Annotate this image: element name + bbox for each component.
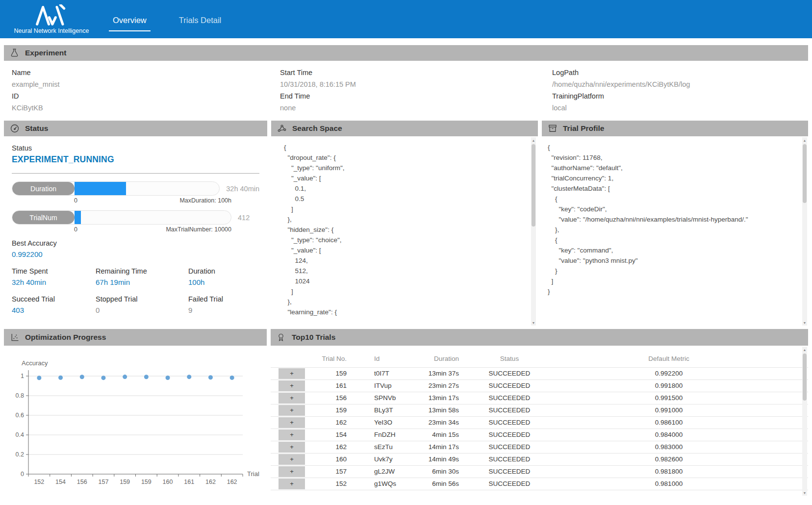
- trial-status-cell: SUCCEEDED: [459, 441, 560, 453]
- svg-text:Trial: Trial: [247, 470, 259, 478]
- col-header-status: Status: [459, 351, 560, 367]
- scrollbar-down-icon[interactable]: ▼: [802, 490, 807, 496]
- stat-duration: Duration 100h: [188, 267, 259, 286]
- search-space-section-header: Search Space: [271, 121, 538, 136]
- table-row: + 152 g1WQs 6min 56s SUCCEEDED 0.981000: [271, 478, 808, 490]
- field-label: ID: [12, 90, 280, 102]
- trial-id-cell: ITVup: [347, 379, 395, 392]
- trial-duration-cell: 6min 56s: [395, 478, 459, 490]
- trial-status-cell: SUCCEEDED: [459, 392, 560, 404]
- nni-overview-page: Neural Network Intelligence Overview Tri…: [0, 0, 812, 505]
- trial-status-cell: SUCCEEDED: [459, 465, 560, 478]
- medal-icon: [277, 332, 286, 342]
- trial-duration-cell: 14min 49s: [395, 453, 459, 465]
- field-label: End Time: [280, 90, 552, 102]
- trial-no-cell: 159: [305, 404, 347, 416]
- duration-max: MaxDuration: 100h: [179, 197, 231, 204]
- field-value: /home/quzha/nni/experiments/KCiBytKB/log: [552, 78, 812, 90]
- divider: [12, 173, 259, 174]
- table-header-row: Trial No. Id Duration Status Default Met…: [271, 351, 808, 367]
- optimization-progress-panel: Optimization Progress 00.20.40.60.811521…: [4, 329, 267, 497]
- trialnum-progress-bar: TrialNum: [12, 210, 231, 225]
- status-body: Status EXPERIMENT_RUNNING Duration 32h 4…: [4, 136, 267, 327]
- expand-button[interactable]: +: [279, 466, 305, 477]
- tab-overview[interactable]: Overview: [109, 9, 151, 31]
- status-stats-grid: Time Spent 32h 40min Remaining Time 67h …: [12, 267, 259, 314]
- trial-no-cell: 162: [305, 416, 347, 429]
- svg-text:0.6: 0.6: [16, 412, 24, 419]
- trial-profile-title: Trial Profile: [563, 124, 604, 133]
- svg-text:157: 157: [99, 479, 109, 485]
- scrollbar-thumb[interactable]: [803, 144, 807, 203]
- expand-cell: +: [271, 379, 305, 392]
- nni-logo[interactable]: Neural Network Intelligence: [13, 4, 90, 34]
- expand-button[interactable]: +: [279, 368, 305, 379]
- trial-duration-cell: 14min 17s: [395, 441, 459, 453]
- trial-duration-cell: 6min 30s: [395, 465, 459, 478]
- expand-button[interactable]: +: [279, 442, 305, 453]
- field-label: Name: [12, 67, 280, 78]
- trial-profile-section-header: Trial Profile: [542, 121, 808, 136]
- trial-metric-cell: 0.986100: [560, 416, 778, 429]
- nni-logo-icon: [34, 4, 69, 26]
- scrollbar-thumb[interactable]: [532, 144, 535, 227]
- search-space-scrollbar[interactable]: ▲ ▼: [531, 137, 536, 326]
- scrollbar-thumb[interactable]: [803, 354, 807, 401]
- middle-row: Status Status EXPERIMENT_RUNNING Duratio…: [4, 121, 808, 327]
- best-accuracy-label: Best Accuracy: [12, 239, 259, 247]
- trial-profile-panel: Trial Profile { "revision": 11768, "auth…: [542, 121, 808, 327]
- experiment-info: Name example_mnist ID KCiBytKB Start Tim…: [0, 61, 812, 121]
- trial-no-cell: 154: [305, 429, 347, 441]
- flask-icon: [10, 48, 20, 58]
- col-header-default-metric: Default Metric: [560, 351, 778, 367]
- expand-button[interactable]: +: [279, 380, 305, 391]
- table-row: + 154 FnDZH 4min 15s SUCCEEDED 0.984000: [271, 429, 808, 441]
- trial-id-cell: t0I7T: [347, 367, 395, 379]
- trial-id-cell: g1WQs: [347, 478, 395, 490]
- optimization-chart: 00.20.40.60.8115215415615715915916016116…: [4, 346, 267, 496]
- col-header-id: Id: [347, 351, 395, 367]
- field-value: none: [280, 102, 552, 114]
- top-trials-body-wrap: Trial No. Id Duration Status Default Met…: [271, 346, 808, 497]
- nav-tabs: Overview Trials Detail: [109, 9, 225, 31]
- scrollbar-up-icon[interactable]: ▲: [802, 137, 807, 143]
- scrollbar-up-icon[interactable]: ▲: [531, 137, 536, 143]
- expand-cell: +: [271, 429, 305, 441]
- trial-no-cell: 159: [305, 367, 347, 379]
- expand-cell: +: [271, 404, 305, 416]
- svg-text:160: 160: [163, 479, 173, 485]
- top-trials-scrollbar[interactable]: ▲ ▼: [802, 347, 807, 496]
- top-trials-rows: + 159 t0I7T 13min 37s SUCCEEDED 0.992200…: [271, 367, 808, 490]
- trial-no-cell: 162: [305, 441, 347, 453]
- svg-text:0.4: 0.4: [16, 431, 24, 438]
- table-row: + 162 YeI3O 23min 34s SUCCEEDED 0.986100: [271, 416, 808, 429]
- expand-button[interactable]: +: [279, 429, 305, 440]
- trial-id-cell: sEzTu: [347, 441, 395, 453]
- scrollbar-down-icon[interactable]: ▼: [802, 320, 807, 326]
- expand-button[interactable]: +: [279, 454, 305, 465]
- svg-text:152: 152: [34, 479, 44, 485]
- trial-no-cell: 157: [305, 465, 347, 478]
- trial-metric-cell: 0.984000: [560, 429, 778, 441]
- status-value: EXPERIMENT_RUNNING: [12, 154, 259, 165]
- expand-button[interactable]: +: [279, 417, 305, 428]
- svg-text:0.2: 0.2: [16, 451, 24, 458]
- archive-box-icon: [548, 124, 558, 133]
- experiment-col-1: Name example_mnist ID KCiBytKB: [12, 67, 280, 114]
- scrollbar-down-icon[interactable]: ▼: [531, 320, 536, 326]
- trial-metric-cell: 0.983000: [560, 441, 778, 453]
- scrollbar-up-icon[interactable]: ▲: [802, 347, 807, 353]
- expand-button[interactable]: +: [279, 479, 305, 489]
- expand-button[interactable]: +: [279, 405, 305, 416]
- tab-trials-detail[interactable]: Trials Detail: [175, 9, 226, 31]
- trial-status-cell: SUCCEEDED: [459, 367, 560, 379]
- trialnum-bar-fill: [75, 211, 81, 224]
- expand-button[interactable]: +: [279, 393, 305, 404]
- status-section-header: Status: [4, 121, 267, 136]
- trial-duration-cell: 13min 37s: [395, 367, 459, 379]
- trial-metric-cell: 0.991500: [560, 392, 778, 404]
- svg-text:Accuracy: Accuracy: [22, 359, 48, 367]
- svg-text:156: 156: [77, 479, 87, 485]
- trialnum-bar-label: TrialNum: [12, 211, 75, 224]
- trial-profile-scrollbar[interactable]: ▲ ▼: [802, 137, 807, 326]
